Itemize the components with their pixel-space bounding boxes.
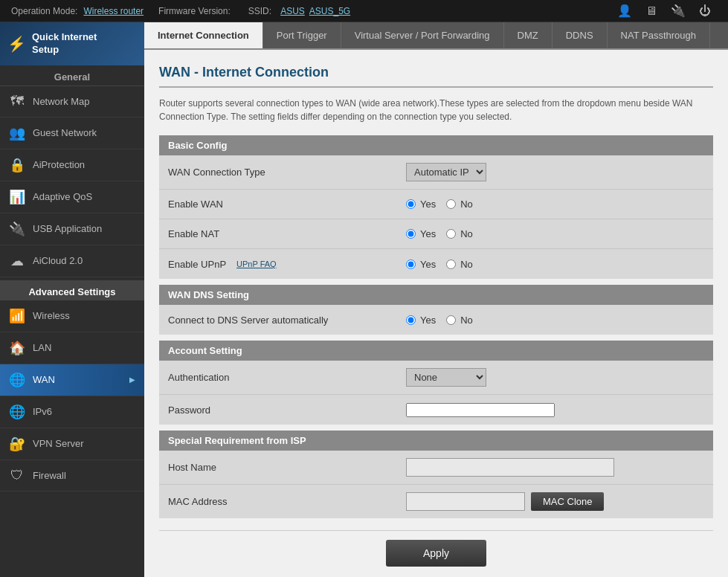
sidebar-item-vpn-server[interactable]: 🔐 VPN Server xyxy=(0,428,144,460)
host-name-row: Host Name xyxy=(159,451,713,485)
sidebar: ⚡ Quick InternetSetup General 🗺 Network … xyxy=(0,22,144,577)
sidebar-item-label-wan: WAN xyxy=(33,374,55,385)
sidebar-item-wan[interactable]: 🌐 WAN xyxy=(0,364,144,396)
enable-wan-yes-radio[interactable] xyxy=(406,199,416,209)
wireless-icon: 📶 xyxy=(9,308,25,324)
wan-connection-type-select[interactable]: Automatic IP PPPoE PPTP L2TP Static IP xyxy=(406,163,486,181)
sidebar-item-label-aicloud: AiCloud 2.0 xyxy=(33,255,83,266)
sidebar-item-guest-network[interactable]: 👥 Guest Network xyxy=(0,117,144,149)
enable-wan-no-radio[interactable] xyxy=(446,199,456,209)
power-icon[interactable]: ⏻ xyxy=(699,4,711,18)
enable-wan-no-label[interactable]: No xyxy=(446,199,473,210)
wan-dns-section: WAN DNS Setting Connect to DNS Server au… xyxy=(159,285,713,335)
sidebar-item-ipv6[interactable]: 🌐 IPv6 xyxy=(0,396,144,428)
host-name-input[interactable] xyxy=(406,458,614,477)
account-setting-body: Authentication None PAP CHAP MS-CHAP MS-… xyxy=(159,361,713,425)
usb-icon[interactable]: 🔌 xyxy=(671,4,686,18)
ssid-2g[interactable]: ASUS xyxy=(280,6,305,16)
sidebar-item-firewall[interactable]: 🛡 Firewall xyxy=(0,460,144,491)
enable-wan-row: Enable WAN Yes No xyxy=(159,190,713,219)
enable-nat-label: Enable NAT xyxy=(168,228,406,239)
auto-dns-label: Connect to DNS Server automatically xyxy=(168,315,406,326)
auto-dns-control: Yes No xyxy=(406,315,704,326)
operation-mode-value[interactable]: Wireless router xyxy=(83,6,144,16)
password-input[interactable] xyxy=(406,403,555,417)
usb-application-icon: 🔌 xyxy=(9,221,25,237)
sidebar-item-aiprotection[interactable]: 🔒 AiProtection xyxy=(0,149,144,181)
main-area: Internet Connection Port Trigger Virtual… xyxy=(144,22,728,577)
host-name-label: Host Name xyxy=(168,462,406,473)
sidebar-item-adaptive-qos[interactable]: 📊 Adaptive QoS xyxy=(0,181,144,213)
enable-wan-radio-group: Yes No xyxy=(406,199,704,210)
tab-dmz[interactable]: DMZ xyxy=(504,22,553,48)
wan-dns-header: WAN DNS Setting xyxy=(159,285,713,305)
main-layout: ⚡ Quick InternetSetup General 🗺 Network … xyxy=(0,22,728,577)
wan-connection-type-label: WAN Connection Type xyxy=(168,167,406,178)
tab-ddns[interactable]: DDNS xyxy=(553,22,608,48)
tab-internet-connection[interactable]: Internet Connection xyxy=(144,22,263,48)
enable-upnp-radio-group: Yes No xyxy=(406,259,704,270)
special-isp-section: Special Requirement from ISP Host Name M… xyxy=(159,431,713,518)
enable-upnp-no-radio[interactable] xyxy=(446,260,456,269)
wan-icon: 🌐 xyxy=(9,372,25,388)
enable-nat-yes-radio[interactable] xyxy=(406,229,416,239)
auto-dns-radio-group: Yes No xyxy=(406,315,704,326)
basic-config-body: WAN Connection Type Automatic IP PPPoE P… xyxy=(159,155,713,279)
aiprotection-icon: 🔒 xyxy=(9,157,25,173)
enable-nat-row: Enable NAT Yes No xyxy=(159,219,713,249)
enable-upnp-row: Enable UPnP UPnP FAQ Yes xyxy=(159,249,713,279)
screen-icon[interactable]: 🖥 xyxy=(645,4,657,18)
auto-dns-no-radio[interactable] xyxy=(446,315,456,325)
top-bar: Operation Mode: Wireless router Firmware… xyxy=(0,0,728,22)
enable-upnp-yes-label[interactable]: Yes xyxy=(406,259,436,270)
enable-wan-control: Yes No xyxy=(406,199,704,210)
ssid-5g[interactable]: ASUS_5G xyxy=(309,6,350,16)
apply-button[interactable]: Apply xyxy=(386,540,486,567)
sidebar-item-label-vpn-server: VPN Server xyxy=(33,438,84,449)
mac-address-control: MAC Clone xyxy=(406,492,704,511)
enable-nat-no-radio[interactable] xyxy=(446,229,456,239)
user-icon[interactable]: 👤 xyxy=(617,4,632,18)
sidebar-item-label-guest-network: Guest Network xyxy=(33,127,97,138)
tab-port-trigger[interactable]: Port Trigger xyxy=(263,22,341,48)
guest-network-icon: 👥 xyxy=(9,125,25,141)
enable-upnp-label: Enable UPnP UPnP FAQ xyxy=(168,259,406,270)
mac-address-input[interactable] xyxy=(406,492,525,511)
operation-mode-label: Operation Mode: xyxy=(11,6,77,16)
sidebar-item-label-adaptive-qos: Adaptive QoS xyxy=(33,191,92,202)
enable-nat-no-label[interactable]: No xyxy=(446,228,473,239)
mac-clone-button[interactable]: MAC Clone xyxy=(531,492,604,511)
auto-dns-yes-label[interactable]: Yes xyxy=(406,315,436,326)
upnp-faq-link[interactable]: UPnP FAQ xyxy=(236,260,277,268)
enable-upnp-no-text: No xyxy=(460,259,473,270)
enable-upnp-text: Enable UPnP xyxy=(168,259,226,270)
tab-nat-passthrough[interactable]: NAT Passthrough xyxy=(608,22,710,48)
sidebar-item-label-usb-application: USB Application xyxy=(33,223,102,234)
sidebar-item-network-map[interactable]: 🗺 Network Map xyxy=(0,86,144,117)
sidebar-item-wireless[interactable]: 📶 Wireless xyxy=(0,300,144,332)
enable-upnp-no-label[interactable]: No xyxy=(446,259,473,270)
auto-dns-yes-radio[interactable] xyxy=(406,315,416,325)
sidebar-item-usb-application[interactable]: 🔌 USB Application xyxy=(0,213,144,245)
general-section-label: General xyxy=(0,65,144,86)
enable-nat-no-text: No xyxy=(460,228,473,239)
sidebar-item-aicloud[interactable]: ☁ AiCloud 2.0 xyxy=(0,245,144,277)
authentication-select[interactable]: None PAP CHAP MS-CHAP MS-CHAPv2 xyxy=(406,368,486,387)
password-label: Password xyxy=(168,404,406,416)
authentication-label: Authentication xyxy=(168,372,406,383)
sidebar-item-lan[interactable]: 🏠 LAN xyxy=(0,332,144,364)
network-map-icon: 🗺 xyxy=(9,94,25,109)
authentication-control: None PAP CHAP MS-CHAP MS-CHAPv2 xyxy=(406,368,704,387)
enable-nat-yes-label[interactable]: Yes xyxy=(406,228,436,239)
enable-upnp-control: Yes No xyxy=(406,259,704,270)
quick-setup-item[interactable]: ⚡ Quick InternetSetup xyxy=(0,22,144,65)
auto-dns-no-label[interactable]: No xyxy=(446,315,473,326)
enable-upnp-yes-radio[interactable] xyxy=(406,260,416,269)
authentication-row: Authentication None PAP CHAP MS-CHAP MS-… xyxy=(159,361,713,395)
tab-virtual-server[interactable]: Virtual Server / Port Forwarding xyxy=(341,22,504,48)
ssid-label: SSID: xyxy=(248,6,271,16)
aicloud-icon: ☁ xyxy=(9,253,25,269)
enable-wan-yes-label[interactable]: Yes xyxy=(406,199,436,210)
enable-nat-yes-text: Yes xyxy=(420,228,436,239)
sidebar-item-label-wireless: Wireless xyxy=(33,310,70,321)
